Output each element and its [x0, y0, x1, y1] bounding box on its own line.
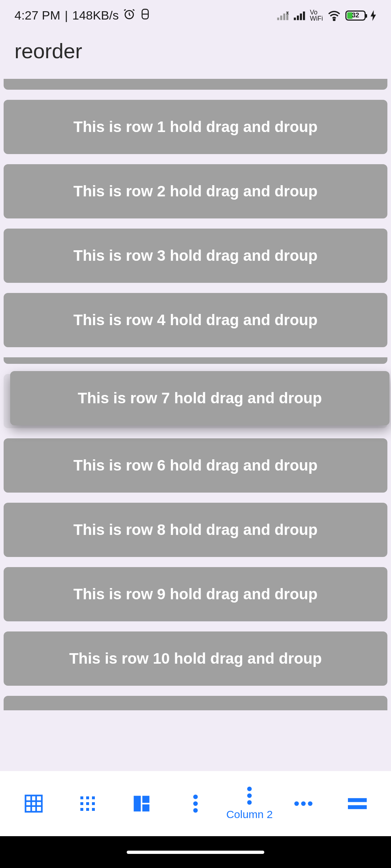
- row-label: This is row 10 hold drag and droup: [69, 650, 322, 667]
- svg-rect-19: [86, 796, 89, 799]
- nav-column-2[interactable]: Column 2: [223, 771, 277, 836]
- charging-icon: [370, 10, 377, 21]
- svg-rect-11: [303, 11, 305, 20]
- svg-rect-10: [300, 13, 302, 20]
- nav-rows[interactable]: [331, 771, 384, 836]
- row-label: This is row 9 hold drag and droup: [73, 586, 318, 603]
- row-label: This is row 6 hold drag and droup: [73, 457, 318, 474]
- row-label: This is row 8 hold drag and droup: [73, 521, 318, 539]
- nav-grid[interactable]: [7, 771, 60, 836]
- svg-point-31: [193, 801, 198, 806]
- svg-point-12: [333, 19, 335, 21]
- reorder-list: This is row 1 hold drag and droup This i…: [0, 79, 391, 710]
- vowifi-label: Vo WiFi: [310, 9, 323, 21]
- svg-rect-5: [283, 13, 285, 20]
- rows-icon: [348, 798, 367, 809]
- svg-rect-20: [92, 796, 95, 799]
- svg-point-30: [193, 795, 198, 799]
- nav-more-horiz[interactable]: [277, 771, 331, 836]
- status-left: 4:27 PM | 148KB/s: [14, 8, 151, 23]
- grid-icon: [24, 794, 43, 813]
- alarm-icon: [123, 8, 135, 23]
- home-handle[interactable]: [127, 851, 264, 854]
- svg-rect-13: [25, 796, 42, 812]
- list-item[interactable]: This is row 3 hold drag and droup: [4, 229, 387, 283]
- svg-point-33: [247, 787, 252, 791]
- svg-point-35: [247, 800, 252, 805]
- svg-rect-28: [142, 796, 150, 803]
- signal-1-icon: x: [277, 10, 289, 21]
- svg-rect-21: [80, 802, 83, 805]
- svg-rect-26: [92, 808, 95, 811]
- signal-2-icon: [293, 10, 306, 21]
- svg-rect-40: [348, 805, 367, 809]
- list-item[interactable]: This is row 4 hold drag and droup: [4, 293, 387, 347]
- nav-apps[interactable]: [60, 771, 114, 836]
- row-label: This is row 1 hold drag and droup: [73, 118, 318, 136]
- more-vert-icon: [193, 795, 198, 813]
- list-item[interactable]: [4, 696, 387, 710]
- list-item[interactable]: This is row 9 hold drag and droup: [4, 567, 387, 621]
- svg-rect-39: [348, 798, 367, 802]
- status-right: x Vo WiFi 32: [277, 9, 377, 21]
- status-net-speed: 148KB/s: [72, 8, 119, 22]
- svg-point-37: [301, 801, 306, 806]
- apps-icon: [79, 795, 96, 812]
- svg-rect-8: [294, 17, 296, 20]
- svg-rect-4: [280, 16, 282, 20]
- android-nav-bar[interactable]: [0, 836, 391, 868]
- list-item[interactable]: This is row 2 hold drag and droup: [4, 164, 387, 218]
- svg-rect-25: [86, 808, 89, 811]
- list-item[interactable]: [4, 79, 387, 90]
- svg-rect-27: [134, 796, 141, 811]
- nav-dashboard[interactable]: [114, 771, 168, 836]
- list-item[interactable]: This is row 6 hold drag and droup: [4, 438, 387, 493]
- svg-point-36: [294, 801, 299, 806]
- nav-more-vert[interactable]: [168, 771, 222, 836]
- svg-rect-9: [297, 16, 299, 20]
- svg-rect-22: [86, 802, 89, 805]
- page-title: reorder: [14, 39, 377, 63]
- svg-rect-18: [80, 796, 83, 799]
- status-sep: |: [65, 8, 68, 22]
- svg-point-32: [193, 808, 198, 813]
- dashboard-icon: [132, 794, 151, 813]
- list-item[interactable]: [4, 357, 387, 364]
- svg-rect-24: [80, 808, 83, 811]
- more-vert-icon: [247, 787, 252, 805]
- bottom-nav: Column 2: [0, 771, 391, 836]
- svg-rect-29: [142, 804, 150, 812]
- row-label: This is row 2 hold drag and droup: [73, 183, 318, 200]
- svg-point-38: [308, 801, 313, 806]
- battery-indicator: 32: [345, 10, 366, 21]
- app-bar: reorder: [0, 31, 391, 79]
- row-label: This is row 4 hold drag and droup: [73, 311, 318, 329]
- row-label: This is row 3 hold drag and droup: [73, 247, 318, 264]
- battery-pct: 32: [346, 12, 365, 19]
- list-item[interactable]: This is row 10 hold drag and droup: [4, 631, 387, 686]
- wifi-icon: [327, 10, 341, 21]
- nav-label: Column 2: [226, 808, 273, 821]
- svg-text:x: x: [286, 10, 289, 16]
- dragging-item[interactable]: This is row 7 hold drag and droup: [10, 371, 390, 425]
- row-label: This is row 7 hold drag and droup: [78, 390, 322, 407]
- dnd-icon: [140, 8, 151, 23]
- list-item[interactable]: This is row 8 hold drag and droup: [4, 503, 387, 557]
- svg-rect-3: [277, 17, 279, 20]
- status-bar: 4:27 PM | 148KB/s x: [0, 0, 391, 31]
- status-time: 4:27 PM: [14, 8, 60, 22]
- more-horiz-icon: [294, 801, 312, 806]
- list-item[interactable]: This is row 1 hold drag and droup: [4, 100, 387, 154]
- svg-point-34: [247, 793, 252, 798]
- svg-rect-23: [92, 802, 95, 805]
